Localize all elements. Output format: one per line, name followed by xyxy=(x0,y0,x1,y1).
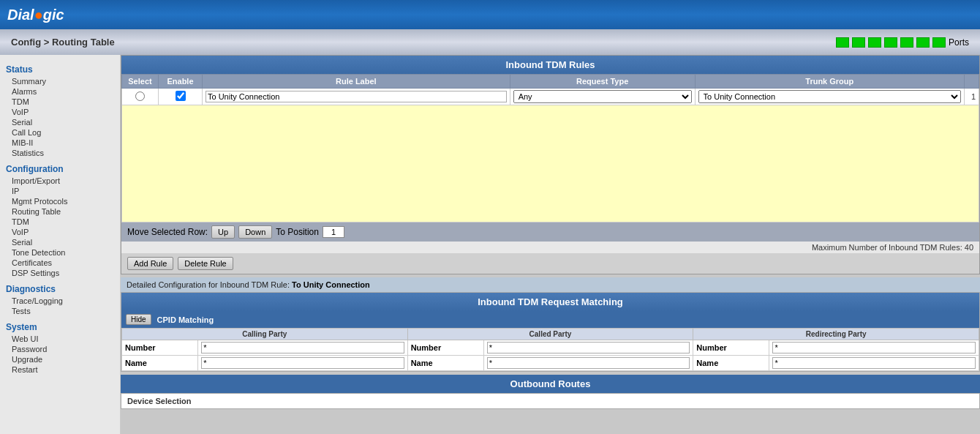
ports-area: Ports xyxy=(836,37,969,48)
sidebar-item-calllog[interactable]: Call Log xyxy=(6,127,114,138)
request-type-select[interactable]: Any INVITE REGISTER xyxy=(513,90,692,103)
sidebar-item-voip-config[interactable]: VoIP xyxy=(6,227,114,237)
cpid-section: Inbound TDM Request Matching Hide CPID M… xyxy=(121,292,980,372)
main-layout: Status Summary Alarms TDM VoIP Serial Ca… xyxy=(0,55,980,434)
sidebar-item-mgmtprotocols[interactable]: Mgmt Protocols xyxy=(6,196,114,206)
redirecting-number-label: Number xyxy=(693,340,769,356)
trunk-group-select[interactable]: To Unity Connection xyxy=(698,90,961,103)
device-selection-label: Device Selection xyxy=(121,393,980,409)
sidebar-item-serial[interactable]: Serial xyxy=(6,117,114,127)
sidebar-item-statistics[interactable]: Statistics xyxy=(6,148,114,158)
sidebar-section-system: System xyxy=(6,322,114,332)
cpid-number-row: Number Number Number xyxy=(122,340,979,356)
hide-button[interactable]: Hide xyxy=(126,314,151,325)
port-indicator-5 xyxy=(900,37,913,48)
sidebar-item-mibii[interactable]: MIB-II xyxy=(6,138,114,148)
sidebar-item-webui[interactable]: Web UI xyxy=(6,334,114,344)
down-button[interactable]: Down xyxy=(238,225,272,239)
outbound-routes-title: Outbound Routes xyxy=(121,375,980,393)
sidebar-item-password[interactable]: Password xyxy=(6,344,114,354)
sidebar-item-tdm[interactable]: TDM xyxy=(6,97,114,107)
breadcrumb: Config > Routing Table xyxy=(11,37,115,48)
content-area: Inbound TDM Rules Select Enable Rule Lab… xyxy=(121,55,980,434)
move-row-bar: Move Selected Row: Up Down To Position xyxy=(121,222,979,242)
called-number-input[interactable] xyxy=(487,342,690,353)
add-rule-button[interactable]: Add Rule xyxy=(127,257,173,270)
col-rulelabel: Rule Label xyxy=(203,75,510,89)
calling-name-label: Name xyxy=(122,356,198,371)
yellow-empty-row xyxy=(122,105,979,222)
move-row-label: Move Selected Row: xyxy=(127,227,208,237)
inbound-tdm-rules-title: Inbound TDM Rules xyxy=(121,56,979,74)
port-indicator-1 xyxy=(836,37,849,48)
to-position-label: To Position xyxy=(276,227,319,237)
calling-name-input[interactable] xyxy=(201,357,404,369)
sidebar-item-importexport[interactable]: Import/Export xyxy=(6,176,114,186)
called-number-label: Number xyxy=(407,340,483,356)
called-name-label: Name xyxy=(407,356,483,371)
table-row: Any INVITE REGISTER To Unity Connection … xyxy=(122,89,979,105)
redirecting-party-header: Redirecting Party xyxy=(693,329,979,340)
port-indicator-3 xyxy=(868,37,881,48)
row-select-radio[interactable] xyxy=(135,91,145,101)
app-header: Dial●gic xyxy=(0,0,980,29)
sidebar-item-serial-config[interactable]: Serial xyxy=(6,237,114,247)
row-enable-checkbox[interactable] xyxy=(176,91,186,101)
sidebar-item-restart[interactable]: Restart xyxy=(6,364,114,375)
port-indicator-6 xyxy=(916,37,930,48)
cpid-name-row: Name Name Name xyxy=(122,356,979,371)
redirecting-number-input[interactable] xyxy=(772,342,976,353)
detail-config-label: Detailed Configuration for Inbound TDM R… xyxy=(121,277,980,292)
inbound-tdm-rules-container: Inbound TDM Rules Select Enable Rule Lab… xyxy=(121,55,980,274)
port-indicator-2 xyxy=(852,37,865,48)
redirecting-name-input[interactable] xyxy=(772,357,976,369)
app-logo: Dial●gic xyxy=(7,7,64,23)
sidebar: Status Summary Alarms TDM VoIP Serial Ca… xyxy=(0,55,121,434)
ports-label: Ports xyxy=(949,37,969,48)
delete-rule-button[interactable]: Delete Rule xyxy=(178,257,233,270)
sidebar-item-alarms[interactable]: Alarms xyxy=(6,86,114,97)
max-rules-text: Maximum Number of Inbound TDM Rules: 40 xyxy=(121,242,979,253)
cpid-section-title: Inbound TDM Request Matching xyxy=(121,293,979,311)
up-button[interactable]: Up xyxy=(211,225,235,239)
calling-number-input[interactable] xyxy=(201,342,404,353)
cpid-table: Calling Party Called Party Redirecting P… xyxy=(121,328,979,371)
sidebar-item-tracelogging[interactable]: Trace/Logging xyxy=(6,296,114,306)
port-indicator-7 xyxy=(932,37,946,48)
called-party-header: Called Party xyxy=(407,329,693,340)
col-requesttype: Request Type xyxy=(510,75,695,89)
rule-label-input[interactable] xyxy=(206,91,507,102)
sidebar-item-voip[interactable]: VoIP xyxy=(6,107,114,117)
sidebar-item-tdm-config[interactable]: TDM xyxy=(6,217,114,227)
cpid-header-row: Hide CPID Matching xyxy=(121,311,979,328)
sidebar-item-certificates[interactable]: Certificates xyxy=(6,258,114,268)
redirecting-name-label: Name xyxy=(693,356,769,371)
sidebar-section-status: Status xyxy=(6,64,114,75)
sidebar-item-tests[interactable]: Tests xyxy=(6,306,114,316)
col-trunkgroup: Trunk Group xyxy=(695,75,964,89)
to-position-input[interactable] xyxy=(323,226,344,238)
sub-header: Config > Routing Table Ports xyxy=(0,29,980,55)
sidebar-item-summary[interactable]: Summary xyxy=(6,76,114,86)
col-num xyxy=(965,75,979,89)
sidebar-item-ip[interactable]: IP xyxy=(6,186,114,196)
cpid-label: CPID Matching xyxy=(157,315,214,324)
add-delete-row: Add Rule Delete Rule xyxy=(121,253,979,274)
inbound-rules-table: Select Enable Rule Label Request Type Tr… xyxy=(121,74,979,222)
row-number: 1 xyxy=(965,89,979,105)
sidebar-section-diagnostics: Diagnostics xyxy=(6,284,114,294)
sidebar-item-dspsettings[interactable]: DSP Settings xyxy=(6,268,114,278)
sidebar-item-upgrade[interactable]: Upgrade xyxy=(6,354,114,364)
called-name-input[interactable] xyxy=(487,357,690,369)
col-enable: Enable xyxy=(159,75,203,89)
sidebar-section-configuration: Configuration xyxy=(6,164,114,174)
calling-party-header: Calling Party xyxy=(122,329,408,340)
port-indicator-4 xyxy=(884,37,897,48)
calling-number-label: Number xyxy=(122,340,198,356)
col-select: Select xyxy=(122,75,159,89)
sidebar-item-routingtable[interactable]: Routing Table xyxy=(6,206,114,217)
sidebar-item-tonedetection[interactable]: Tone Detection xyxy=(6,247,114,258)
